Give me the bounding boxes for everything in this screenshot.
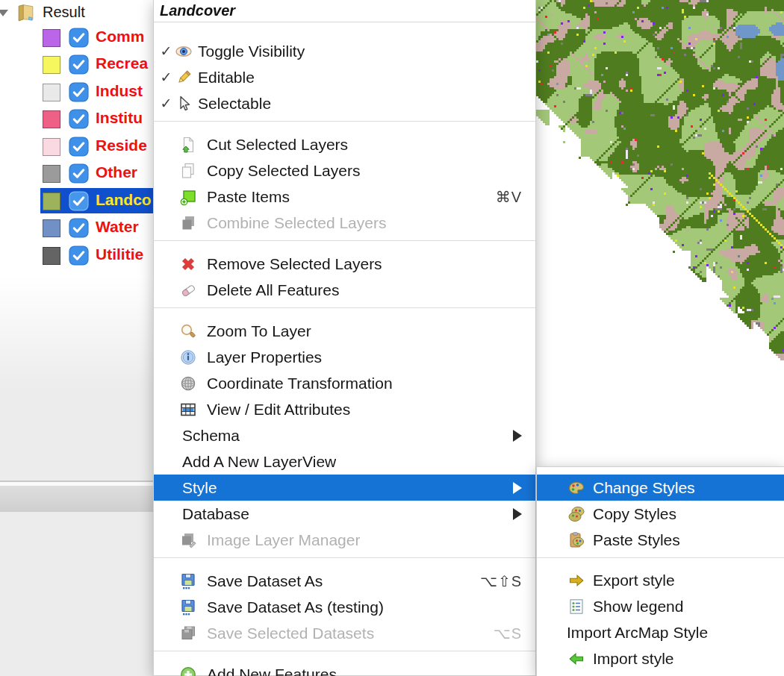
layer-checkbox[interactable] [69,82,89,102]
layer-swatch[interactable] [43,56,60,74]
layer-label: Comm [96,28,144,46]
layer-label: Other [96,163,137,181]
disclosure-triangle-icon[interactable] [0,10,8,16]
layer-label: Recrea [96,54,148,72]
magnifier-icon [178,322,198,340]
submenu-item-import-style[interactable]: Import style [537,645,784,672]
root-label: Result [43,4,85,21]
menu-item-remove-selected-layers[interactable]: Remove Selected Layers [154,251,535,277]
layer-label: Institu [96,109,143,127]
layer-swatch[interactable] [43,110,60,128]
menu-item-database[interactable]: Database [154,501,535,527]
menu-section-features: Add New Features [154,661,535,676]
layer-label: Landco [96,191,152,209]
menu-item-zoom-to-layer[interactable]: Zoom To Layer [154,318,535,344]
copy-pages-icon [178,161,198,180]
layer-checkbox[interactable] [69,54,89,75]
legend-icon [567,597,586,616]
layer-context-menu: Landcover ✓ Toggle Visibility ✓ Editable… [153,0,536,676]
submenu-arrow-icon [513,482,522,494]
menu-separator [154,240,535,241]
layer-swatch[interactable] [43,165,60,183]
shortcut-label: ⌘V [496,188,522,206]
layer-swatch[interactable] [43,29,60,47]
submenu-item-import-arcmap-style[interactable]: Import ArcMap Style [537,619,784,645]
layer-checkbox[interactable] [69,137,89,157]
menu-item-image-layer-manager[interactable]: Image Layer Manager [154,527,535,553]
menu-separator [154,651,535,651]
paste-icon [178,187,198,206]
layer-swatch[interactable] [43,247,60,265]
context-menu-title: Landcover [154,0,535,22]
checkmark-icon: ✓ [158,69,174,86]
menu-item-save-selected-datasets[interactable]: Save Selected Datasets ⌥S [154,620,535,646]
layer-checkbox[interactable] [69,28,89,48]
menu-item-delete-all-features[interactable]: Delete All Features [154,277,535,303]
export-arrow-icon [567,571,586,589]
shortcut-label: ⌥⇧S [480,572,522,590]
add-circle-icon [178,665,198,676]
globe-icon [178,374,198,392]
checkmark-icon: ✓ [158,95,174,112]
layer-swatch[interactable] [43,138,60,156]
menu-separator [154,307,535,308]
layer-checkbox[interactable] [69,163,89,184]
palette-paste-icon [567,531,586,549]
menu-item-view-edit-attributes[interactable]: View / Edit Attributes [154,396,535,422]
menu-item-save-dataset-as-testing[interactable]: Save Dataset As (testing) [154,594,535,620]
app-window: Result Comm Recrea Indust Institu Reside [0,0,784,676]
submenu-item-change-styles[interactable]: Change Styles [537,475,784,501]
menu-section-save: Save Dataset As ⌥⇧S Save Dataset As (tes… [154,568,535,646]
layer-label: Indust [96,82,143,100]
menu-item-editable[interactable]: ✓ Editable [154,64,535,90]
layer-checkbox[interactable] [69,109,89,129]
layer-swatch[interactable] [43,84,60,101]
submenu-item-copy-styles[interactable]: Copy Styles [537,501,784,527]
submenu-item-show-legend[interactable]: Show legend [537,593,784,619]
remove-x-icon [178,254,198,273]
submenu-item-paste-styles[interactable]: Paste Styles [537,527,784,553]
menu-item-copy-selected-layers[interactable]: Copy Selected Layers [154,157,535,184]
layer-swatch[interactable] [43,219,60,237]
layer-checkbox[interactable] [69,191,89,211]
submenu-arrow-icon [513,430,522,442]
menu-item-layer-properties[interactable]: Layer Properties [154,344,535,370]
import-arrow-icon [567,649,586,668]
menu-item-coordinate-transformation[interactable]: Coordinate Transformation [154,370,535,396]
table-icon [178,400,198,419]
menu-item-add-a-new-layerview[interactable]: Add A New LayerView [154,448,535,475]
menu-item-toggle-visibility[interactable]: ✓ Toggle Visibility [154,38,535,64]
layer-checkbox[interactable] [69,218,89,238]
shortcut-label: ⌥S [494,625,522,642]
menu-separator [154,121,535,122]
submenu-separator [537,557,784,558]
menu-item-combine-selected-layers[interactable]: Combine Selected Layers [154,210,535,236]
folder-icon [16,3,36,23]
pencil-icon [174,68,193,87]
floppy-icon [178,572,198,590]
menu-section-clipboard: Cut Selected Layers Copy Selected Layers… [154,131,535,236]
style-submenu: Change Styles Copy Styles Paste Styles E… [536,466,784,676]
menu-separator [154,557,535,558]
floppy-icon [178,598,198,616]
menu-section-layer-tools: Zoom To Layer Layer Properties Coordinat… [154,318,535,553]
menu-item-save-dataset-as[interactable]: Save Dataset As ⌥⇧S [154,568,535,594]
menu-item-paste-items[interactable]: Paste Items ⌘V [154,184,535,210]
submenu-arrow-icon [513,508,522,520]
cursor-icon [174,94,193,113]
eye-icon [174,42,193,60]
cut-page-icon [178,135,198,154]
menu-item-cut-selected-layers[interactable]: Cut Selected Layers [154,131,535,157]
menu-section-remove: Remove Selected Layers Delete All Featur… [154,251,535,303]
info-icon [178,348,198,366]
layer-checkbox[interactable] [69,245,89,266]
layer-swatch[interactable] [43,193,60,210]
menu-item-selectable[interactable]: ✓ Selectable [154,90,535,116]
palette-copy-icon [567,504,586,523]
palette-icon [567,478,586,497]
menu-item-schema[interactable]: Schema [154,422,535,448]
layer-label: Water [96,218,139,236]
submenu-item-export-style[interactable]: Export style [537,567,784,593]
menu-item-style[interactable]: Style [154,475,535,501]
menu-item-add-new-features[interactable]: Add New Features [154,661,535,676]
